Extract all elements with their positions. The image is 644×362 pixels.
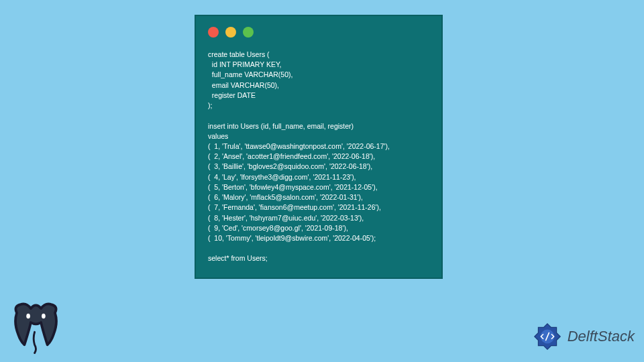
svg-point-0 (26, 314, 30, 319)
window-controls (208, 27, 429, 38)
code-content: create table Users ( id INT PRIMARY KEY,… (208, 50, 429, 264)
close-icon[interactable] (208, 27, 219, 38)
brand-text: DelftStack (568, 328, 635, 345)
code-window: create table Users ( id INT PRIMARY KEY,… (195, 15, 443, 279)
postgresql-logo-icon (4, 297, 68, 361)
svg-point-1 (42, 314, 46, 319)
delftstack-logo-icon (531, 320, 564, 353)
minimize-icon[interactable] (225, 27, 236, 38)
maximize-icon[interactable] (243, 27, 254, 38)
delftstack-brand: DelftStack (531, 320, 635, 353)
